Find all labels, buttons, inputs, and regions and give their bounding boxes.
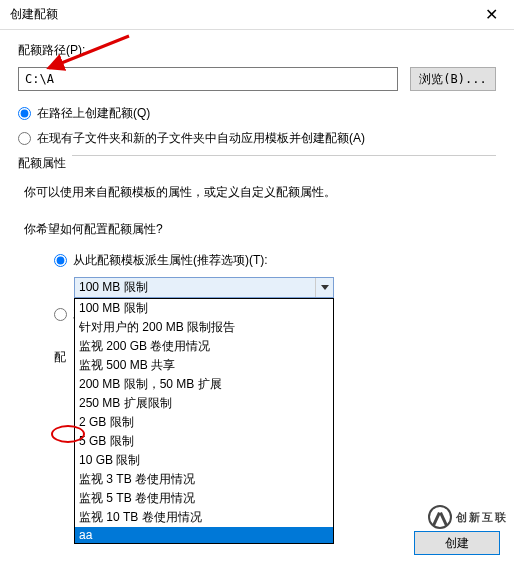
logo-text: 创新互联 [456, 510, 508, 525]
template-combobox[interactable]: 100 MB 限制 [74, 277, 334, 298]
radio-auto-apply-input[interactable] [18, 132, 31, 145]
close-button[interactable]: ✕ [468, 0, 514, 30]
chevron-down-icon [315, 278, 333, 297]
path-label: 配额路径(P): [18, 42, 496, 59]
radio-custom-input[interactable] [54, 308, 67, 321]
list-item[interactable]: 5 GB 限制 [75, 432, 333, 451]
list-item[interactable]: 2 GB 限制 [75, 413, 333, 432]
list-item[interactable]: 监视 10 TB 卷使用情况 [75, 508, 333, 527]
list-item[interactable]: 监视 3 TB 卷使用情况 [75, 470, 333, 489]
radio-derive-template-label: 从此配额模板派生属性(推荐选项)(T): [73, 252, 268, 269]
list-item[interactable]: 监视 200 GB 卷使用情况 [75, 337, 333, 356]
list-item[interactable]: 监视 5 TB 卷使用情况 [75, 489, 333, 508]
radio-create-on-path-label: 在路径上创建配额(Q) [37, 105, 150, 122]
radio-auto-apply-label: 在现有子文件夹和新的子文件夹中自动应用模板并创建配额(A) [37, 130, 365, 147]
browse-button[interactable]: 浏览(B)... [410, 67, 496, 91]
template-listbox[interactable]: 100 MB 限制 针对用户的 200 MB 限制报告 监视 200 GB 卷使… [74, 298, 334, 544]
radio-derive-template[interactable]: 从此配额模板派生属性(推荐选项)(T): [54, 252, 496, 269]
list-item[interactable]: 10 GB 限制 [75, 451, 333, 470]
radio-derive-template-input[interactable] [54, 254, 67, 267]
window-title: 创建配额 [10, 6, 468, 23]
list-item[interactable]: 200 MB 限制，50 MB 扩展 [75, 375, 333, 394]
fieldset-legend: 配额属性 [18, 155, 72, 172]
config-question: 你希望如何配置配额属性? [24, 221, 496, 238]
helptext: 你可以使用来自配额模板的属性，或定义自定义配额属性。 [24, 184, 496, 201]
list-item[interactable]: 250 MB 扩展限制 [75, 394, 333, 413]
quota-path-input[interactable] [18, 67, 398, 91]
radio-create-on-path[interactable]: 在路径上创建配额(Q) [18, 105, 496, 122]
create-button[interactable]: 创建 [414, 531, 500, 555]
radio-auto-apply[interactable]: 在现有子文件夹和新的子文件夹中自动应用模板并创建配额(A) [18, 130, 496, 147]
list-item[interactable]: 100 MB 限制 [75, 299, 333, 318]
combobox-value: 100 MB 限制 [75, 279, 315, 296]
list-item[interactable]: 监视 500 MB 共享 [75, 356, 333, 375]
watermark-logo: 创新互联 [428, 505, 508, 529]
list-item-selected[interactable]: aa [75, 527, 333, 543]
radio-create-on-path-input[interactable] [18, 107, 31, 120]
list-item[interactable]: 针对用户的 200 MB 限制报告 [75, 318, 333, 337]
logo-icon [428, 505, 452, 529]
